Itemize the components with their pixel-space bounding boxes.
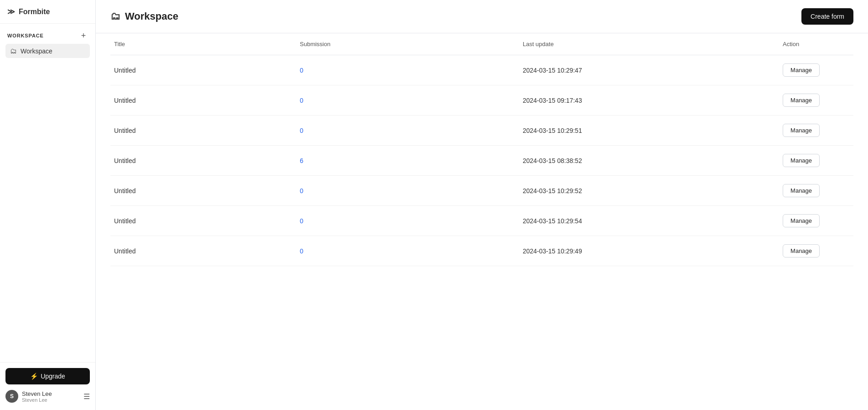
upgrade-label: Upgrade xyxy=(41,373,65,380)
sidebar-workspace-section: WORKSPACE + 🗂 Workspace xyxy=(0,24,95,362)
col-header-action: Action xyxy=(779,33,853,55)
cell-last-update: 2024-03-15 10:29:54 xyxy=(519,206,779,236)
table-row: Untitled02024-03-15 10:29:47Manage xyxy=(110,55,853,85)
cell-action: Manage xyxy=(779,236,853,266)
table-row: Untitled62024-03-15 08:38:52Manage xyxy=(110,146,853,176)
cell-action: Manage xyxy=(779,116,853,146)
col-header-last-update: Last update xyxy=(519,33,779,55)
cell-title: Untitled xyxy=(110,85,296,116)
cell-last-update: 2024-03-15 10:29:47 xyxy=(519,55,779,85)
create-form-button[interactable]: Create form xyxy=(801,8,853,25)
user-sub: Steven Lee xyxy=(22,397,52,403)
cell-title: Untitled xyxy=(110,236,296,266)
sidebar-section-header: WORKSPACE + xyxy=(5,31,90,40)
cell-last-update: 2024-03-15 10:29:49 xyxy=(519,236,779,266)
main-header: 🗂 Workspace Create form xyxy=(96,0,868,33)
cell-action: Manage xyxy=(779,176,853,206)
cell-submission: 0 xyxy=(296,85,519,116)
cell-action: Manage xyxy=(779,55,853,85)
sidebar-bottom: ⚡ Upgrade S Steven Lee Steven Lee ☰ xyxy=(0,362,95,410)
lightning-icon: ⚡ xyxy=(30,373,38,380)
cell-action: Manage xyxy=(779,206,853,236)
cell-title: Untitled xyxy=(110,176,296,206)
manage-button[interactable]: Manage xyxy=(783,154,820,167)
table-row: Untitled02024-03-15 10:29:49Manage xyxy=(110,236,853,266)
user-name: Steven Lee xyxy=(22,390,52,397)
manage-button[interactable]: Manage xyxy=(783,63,820,77)
cell-submission: 0 xyxy=(296,206,519,236)
page-folder-icon: 🗂 xyxy=(110,11,120,22)
col-header-title: Title xyxy=(110,33,296,55)
avatar: S xyxy=(5,390,18,403)
logo-icon: ≫ xyxy=(7,7,15,16)
cell-last-update: 2024-03-15 08:38:52 xyxy=(519,146,779,176)
table-row: Untitled02024-03-15 10:29:52Manage xyxy=(110,176,853,206)
sidebar-section-title: WORKSPACE xyxy=(7,33,44,38)
table-header: Title Submission Last update Action xyxy=(110,33,853,55)
cell-title: Untitled xyxy=(110,146,296,176)
manage-button[interactable]: Manage xyxy=(783,214,820,227)
folder-icon: 🗂 xyxy=(10,47,17,55)
cell-submission: 0 xyxy=(296,55,519,85)
cell-submission: 6 xyxy=(296,146,519,176)
manage-button[interactable]: Manage xyxy=(783,94,820,107)
sidebar: ≫ Formbite WORKSPACE + 🗂 Workspace ⚡ Upg… xyxy=(0,0,96,410)
cell-last-update: 2024-03-15 10:29:51 xyxy=(519,116,779,146)
sidebar-item-workspace[interactable]: 🗂 Workspace xyxy=(5,44,90,58)
app-title: Formbite xyxy=(19,8,50,16)
page-title-text: Workspace xyxy=(125,11,178,22)
table-row: Untitled02024-03-15 10:29:51Manage xyxy=(110,116,853,146)
user-info: S Steven Lee Steven Lee xyxy=(5,390,52,403)
cell-submission: 0 xyxy=(296,236,519,266)
cell-last-update: 2024-03-15 10:29:52 xyxy=(519,176,779,206)
cell-title: Untitled xyxy=(110,55,296,85)
cell-submission: 0 xyxy=(296,116,519,146)
add-workspace-button[interactable]: + xyxy=(79,31,88,40)
table-row: Untitled02024-03-15 10:29:54Manage xyxy=(110,206,853,236)
table-row: Untitled02024-03-15 09:17:43Manage xyxy=(110,85,853,116)
table-container: Title Submission Last update Action Unti… xyxy=(96,33,868,410)
app-logo: ≫ Formbite xyxy=(0,0,95,24)
forms-table: Title Submission Last update Action Unti… xyxy=(110,33,853,266)
manage-button[interactable]: Manage xyxy=(783,244,820,258)
upgrade-button[interactable]: ⚡ Upgrade xyxy=(5,368,90,384)
sidebar-item-label: Workspace xyxy=(21,47,52,55)
manage-button[interactable]: Manage xyxy=(783,184,820,197)
main-content: 🗂 Workspace Create form Title Submission… xyxy=(96,0,868,410)
cell-title: Untitled xyxy=(110,206,296,236)
manage-button[interactable]: Manage xyxy=(783,124,820,137)
user-row: S Steven Lee Steven Lee ☰ xyxy=(5,388,90,405)
user-text: Steven Lee Steven Lee xyxy=(22,390,52,403)
col-header-submission: Submission xyxy=(296,33,519,55)
hamburger-icon[interactable]: ☰ xyxy=(83,392,90,401)
cell-title: Untitled xyxy=(110,116,296,146)
page-title: 🗂 Workspace xyxy=(110,11,178,22)
cell-submission: 0 xyxy=(296,176,519,206)
cell-last-update: 2024-03-15 09:17:43 xyxy=(519,85,779,116)
cell-action: Manage xyxy=(779,146,853,176)
table-body: Untitled02024-03-15 10:29:47ManageUntitl… xyxy=(110,55,853,266)
cell-action: Manage xyxy=(779,85,853,116)
